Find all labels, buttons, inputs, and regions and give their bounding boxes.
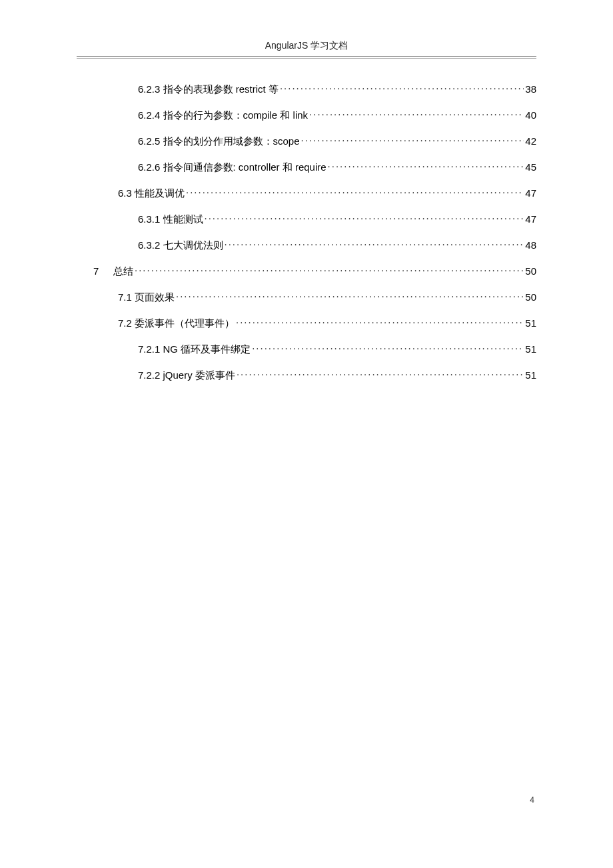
toc-chapter-number: 7 <box>93 264 113 278</box>
toc-page: 40 <box>525 108 536 122</box>
toc-entry: 7.2.1 NG 循环及事件绑定 51 <box>77 342 536 356</box>
toc-entry: 7.2 委派事件（代理事件） 51 <box>77 316 536 330</box>
toc-leader <box>186 187 524 197</box>
toc-leader <box>135 265 524 275</box>
document-page: AngularJS 学习文档 6.2.3 指令的表现参数 restrict 等 … <box>0 0 613 868</box>
toc-label: 7.2.2 jQuery 委派事件 <box>138 368 235 382</box>
toc-page: 45 <box>525 160 536 174</box>
toc-leader <box>280 83 524 93</box>
toc-leader <box>252 343 524 353</box>
toc-label: 6.3.1 性能测试 <box>138 212 203 226</box>
toc-entry: 6.3.1 性能测试 47 <box>77 212 536 226</box>
toc-entry: 6.3.2 七大调优法则 48 <box>77 238 536 252</box>
toc-entry: 7.2.2 jQuery 委派事件 51 <box>77 368 536 382</box>
page-number: 4 <box>530 795 534 805</box>
toc-page: 51 <box>525 316 536 330</box>
toc-label: 6.2.5 指令的划分作用域参数：scope <box>138 134 300 148</box>
toc-label: 7.1 页面效果 <box>118 290 175 304</box>
header-title: AngularJS 学习文档 <box>265 40 348 51</box>
toc-label: 7.2 委派事件（代理事件） <box>118 316 235 330</box>
toc-label: 6.2.3 指令的表现参数 restrict 等 <box>138 82 279 96</box>
toc-label: 6.3.2 七大调优法则 <box>138 238 223 252</box>
toc-label: 6.2.4 指令的行为参数：compile 和 link <box>138 108 308 122</box>
toc-page: 42 <box>525 134 536 148</box>
toc-leader <box>301 135 524 145</box>
toc-leader <box>236 317 524 327</box>
toc-label: 6.2.6 指令间通信参数: controller 和 require <box>138 160 326 174</box>
toc-entry: 6.2.3 指令的表现参数 restrict 等 38 <box>77 82 536 96</box>
toc-page: 50 <box>525 264 536 278</box>
table-of-contents: 6.2.3 指令的表现参数 restrict 等 38 6.2.4 指令的行为参… <box>77 82 536 382</box>
toc-page: 51 <box>525 342 536 356</box>
toc-entry: 7 总结 50 <box>77 264 536 278</box>
toc-page: 50 <box>525 290 536 304</box>
toc-entry: 6.2.5 指令的划分作用域参数：scope 42 <box>77 134 536 148</box>
page-header: AngularJS 学习文档 <box>77 40 536 57</box>
toc-leader <box>328 161 524 171</box>
toc-leader <box>237 369 524 379</box>
toc-leader <box>225 239 524 249</box>
toc-entry: 6.2.6 指令间通信参数: controller 和 require 45 <box>77 160 536 174</box>
toc-label: 总结 <box>113 264 133 278</box>
toc-page: 48 <box>525 238 536 252</box>
toc-entry: 6.3 性能及调优 47 <box>77 186 536 200</box>
toc-label: 7.2.1 NG 循环及事件绑定 <box>138 342 251 356</box>
toc-leader <box>309 109 524 119</box>
toc-label: 6.3 性能及调优 <box>118 186 185 200</box>
toc-entry: 7.1 页面效果 50 <box>77 290 536 304</box>
toc-leader <box>205 213 524 223</box>
toc-entry: 6.2.4 指令的行为参数：compile 和 link 40 <box>77 108 536 122</box>
toc-page: 51 <box>525 368 536 382</box>
toc-leader <box>176 291 524 301</box>
toc-page: 38 <box>525 82 536 96</box>
toc-page: 47 <box>525 212 536 226</box>
toc-page: 47 <box>525 186 536 200</box>
